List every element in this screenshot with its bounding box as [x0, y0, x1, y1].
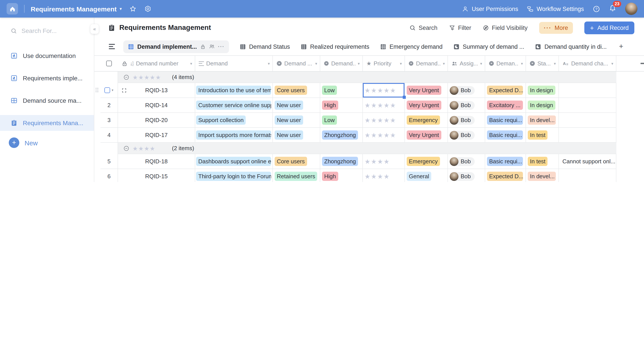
- cell-demand-number[interactable]: RQID-13: [118, 83, 195, 98]
- workflow-settings-button[interactable]: Workflow Settings: [527, 6, 584, 12]
- cell-demand-number[interactable]: RQID-17: [118, 128, 195, 143]
- column-header-9-demand-cha[interactable]: ADemand cha...▾: [559, 56, 616, 71]
- column-header-4-priority[interactable]: ★Priority▾: [363, 56, 405, 71]
- cell-assignee[interactable]: Bob: [448, 113, 485, 128]
- cell-demand-type[interactable]: Basic requi...: [485, 154, 526, 169]
- cell-demand-channel[interactable]: [559, 98, 616, 113]
- cell-status[interactable]: In test: [526, 128, 559, 143]
- cell-demand[interactable]: Dashboards support online ed: [195, 154, 273, 169]
- column-caret-icon[interactable]: ▾: [480, 61, 483, 66]
- cell-demand-urgency[interactable]: Emergency: [405, 154, 448, 169]
- tab-emergency-demand[interactable]: Emergency demand: [380, 43, 443, 50]
- selection-handle[interactable]: [403, 96, 406, 99]
- column-caret-icon[interactable]: ▾: [315, 61, 318, 66]
- view-list-icon[interactable]: [109, 44, 115, 49]
- cell-status[interactable]: In design: [526, 98, 559, 113]
- column-caret-icon[interactable]: ▾: [400, 61, 403, 66]
- cell-assignee[interactable]: Bob: [448, 154, 485, 169]
- column-caret-icon[interactable]: ▾: [358, 61, 360, 66]
- help-icon[interactable]: ?: [593, 5, 600, 13]
- cell-priority[interactable]: ★★★★★: [363, 113, 405, 128]
- row-index-cell[interactable]: ▾: [100, 83, 118, 98]
- cell-demand-urgency[interactable]: Very Urgent: [405, 98, 448, 113]
- column-caret-icon[interactable]: ▾: [443, 61, 446, 66]
- workspace-title[interactable]: Requirements Management ▾: [31, 5, 122, 13]
- column-header-1-demand[interactable]: Demand▾: [195, 56, 273, 71]
- tab-demand-status[interactable]: Demand Status: [240, 43, 290, 50]
- cell-demand-level[interactable]: High: [320, 98, 363, 113]
- cell-demand-type[interactable]: Expected D...: [485, 83, 526, 98]
- row-index-cell[interactable]: 5: [100, 154, 118, 169]
- sidebar-item-demand-source-ma[interactable]: Demand source ma...: [0, 93, 94, 109]
- collapse-group-icon[interactable]: [123, 145, 130, 151]
- favorite-star-icon[interactable]: [130, 5, 137, 12]
- cell-demand-user-type[interactable]: Core users: [273, 83, 320, 98]
- sidebar-item-requirements-imple[interactable]: Requirements imple...: [0, 70, 94, 86]
- row-index-cell[interactable]: 2: [100, 98, 118, 113]
- cell-status[interactable]: In devel...: [526, 169, 559, 182]
- notifications-button[interactable]: 23: [609, 4, 616, 14]
- cell-demand-user-type[interactable]: New user: [273, 128, 320, 143]
- cell-demand-channel[interactable]: [559, 83, 616, 98]
- column-header-8-sta[interactable]: Sta...▾: [526, 56, 559, 71]
- cell-demand-type[interactable]: Basic requi...: [485, 113, 526, 128]
- cell-assignee[interactable]: Bob: [448, 169, 485, 182]
- cell-demand-channel[interactable]: [559, 128, 616, 143]
- settings-icon[interactable]: [144, 5, 152, 12]
- cell-priority[interactable]: ★★★★★: [363, 98, 405, 113]
- cell-priority[interactable]: ★★★★: [363, 154, 405, 169]
- cell-status[interactable]: In design: [526, 83, 559, 98]
- user-avatar[interactable]: [625, 3, 638, 15]
- cell-assignee[interactable]: Bob: [448, 98, 485, 113]
- tab-demand-implement[interactable]: Demand implement...···: [123, 40, 229, 53]
- cell-priority[interactable]: ★★★★★: [363, 128, 405, 143]
- column-caret-icon[interactable]: ▾: [611, 61, 614, 66]
- column-caret-icon[interactable]: ▾: [268, 61, 271, 66]
- cell-demand-user-type[interactable]: Core users: [273, 154, 320, 169]
- cell-demand-type[interactable]: Excitatory ...: [485, 98, 526, 113]
- add-record-button[interactable]: + Add Record: [584, 21, 634, 34]
- more-button[interactable]: ··· More: [539, 22, 573, 34]
- cell-assignee[interactable]: Bob: [448, 83, 485, 98]
- expand-record-icon[interactable]: [122, 88, 127, 93]
- column-header-5-demand[interactable]: Demand...▾: [405, 56, 448, 71]
- cell-demand-user-type[interactable]: New user: [273, 98, 320, 113]
- cell-demand[interactable]: Import supports more formats: [195, 128, 273, 143]
- drag-handle-icon[interactable]: [96, 88, 99, 93]
- new-button[interactable]: + New: [0, 137, 94, 148]
- cell-demand-number[interactable]: RQID-15: [118, 169, 195, 182]
- cell-demand-level[interactable]: Low: [320, 83, 363, 98]
- cell-demand-level[interactable]: Zhongzhong: [320, 128, 363, 143]
- column-header-3-demand[interactable]: Demand...▾: [320, 56, 363, 71]
- cell-demand-type[interactable]: Expected D...: [485, 169, 526, 182]
- cell-demand[interactable]: Customer service online supp: [195, 98, 273, 113]
- sidebar-item-use-documentation[interactable]: Use documentation: [0, 48, 94, 64]
- filter-button[interactable]: Filter: [449, 24, 471, 31]
- add-view-button[interactable]: +: [617, 42, 625, 51]
- cell-demand-user-type[interactable]: Retained users: [273, 169, 320, 182]
- column-header-2-demand[interactable]: Demand ...▾: [273, 56, 320, 71]
- cell-demand[interactable]: Third-party login to the Forum: [195, 169, 273, 182]
- row-index-cell[interactable]: 3: [100, 113, 118, 128]
- cell-assignee[interactable]: Bob: [448, 128, 485, 143]
- cell-demand-number[interactable]: RQID-20: [118, 113, 195, 128]
- search-input[interactable]: Search For...: [0, 25, 94, 37]
- cell-demand-urgency[interactable]: Very Urgent: [405, 83, 448, 98]
- select-all-checkbox[interactable]: [106, 61, 112, 66]
- cell-status[interactable]: In test: [526, 154, 559, 169]
- cell-demand-type[interactable]: Basic requi...: [485, 128, 526, 143]
- field-visibility-button[interactable]: Field Visibility: [482, 24, 528, 31]
- row-index-cell[interactable]: 4: [100, 128, 118, 143]
- user-permissions-button[interactable]: User Permissions: [462, 6, 518, 12]
- cell-priority[interactable]: ★★★★: [363, 169, 405, 182]
- column-caret-icon[interactable]: ▾: [190, 61, 193, 66]
- add-field-button-clipped[interactable]: [640, 63, 644, 64]
- collapse-group-icon[interactable]: [123, 74, 130, 80]
- sidebar-item-requirements-mana[interactable]: Requirements Mana...: [0, 115, 94, 131]
- cell-demand-level[interactable]: Zhongzhong: [320, 154, 363, 169]
- cell-demand-urgency[interactable]: Emergency: [405, 113, 448, 128]
- cell-demand-user-type[interactable]: New user: [273, 113, 320, 128]
- cell-demand-urgency[interactable]: General: [405, 169, 448, 182]
- column-caret-icon[interactable]: ▾: [521, 61, 524, 66]
- row-caret-icon[interactable]: ▾: [112, 88, 114, 92]
